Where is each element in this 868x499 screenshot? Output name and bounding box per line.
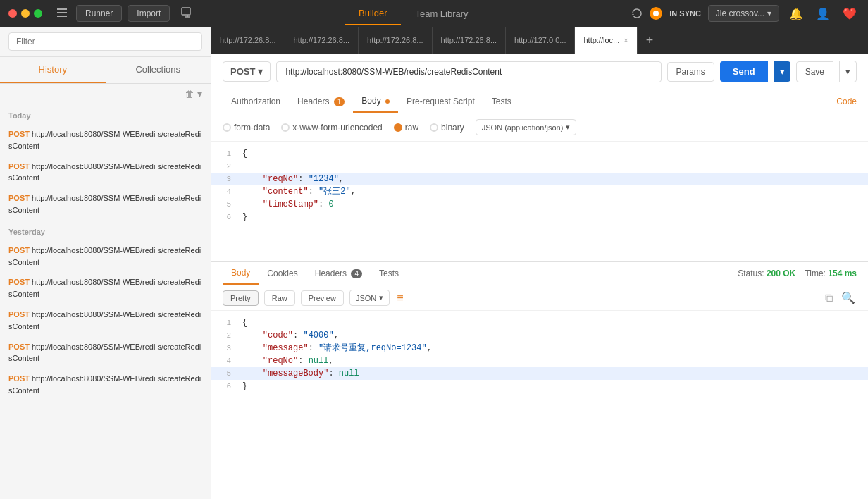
params-button[interactable]: Params xyxy=(667,62,714,82)
url-tabs-bar: http://172.26.8... http://172.26.8... ht… xyxy=(211,27,868,54)
pretty-button[interactable]: Pretty xyxy=(223,290,259,306)
binary-option[interactable]: binary xyxy=(430,123,464,133)
response-headers-tab[interactable]: Headers 4 xyxy=(306,263,371,284)
response-format-label: JSON xyxy=(356,294,376,302)
sidebar: History Collections 🗑 ▾ Today POSThttp:/… xyxy=(0,27,211,499)
response-format-select[interactable]: JSON ▾ xyxy=(349,290,390,306)
search-response-button[interactable]: 🔍 xyxy=(840,290,857,306)
request-code-editor[interactable]: 1 { 2 3 "reqNo": "1234", 4 "content": "张… xyxy=(211,142,868,261)
code-line: 1 { xyxy=(211,316,868,329)
response-code-editor[interactable]: 1 { 2 "code": "4000", 3 "message": "请求号重… xyxy=(211,311,868,459)
list-item[interactable]: POSThttp://localhost:8080/SSM-WEB/redi s… xyxy=(8,304,202,337)
time-value: 154 ms xyxy=(828,269,857,278)
method-badge: POST xyxy=(8,162,30,171)
account-chevron-icon: ▾ xyxy=(767,8,771,18)
form-data-radio[interactable] xyxy=(223,123,231,132)
method-badge: POST xyxy=(8,343,30,351)
nav-tabs: Builder Team Library xyxy=(201,2,626,25)
method-select[interactable]: POST ▾ xyxy=(223,61,271,82)
close-tab-icon[interactable]: × xyxy=(624,36,628,44)
list-item[interactable]: POSThttp://localhost:8080/SSM-WEB/redi s… xyxy=(8,156,202,189)
json-format-chevron-icon: ▾ xyxy=(566,123,570,132)
code-line: 2 xyxy=(211,160,868,173)
json-format-select[interactable]: JSON (application/json) ▾ xyxy=(476,119,577,135)
url-tab[interactable]: http://172.26.8... xyxy=(211,27,285,54)
send-button[interactable]: Send xyxy=(720,61,768,82)
list-item[interactable]: POSThttp://localhost:8080/SSM-WEB/redi s… xyxy=(8,124,202,156)
list-item[interactable]: POSThttp://localhost:8080/SSM-WEB/redi s… xyxy=(8,369,202,401)
account-button[interactable]: Jie crossov... ▾ xyxy=(708,5,779,22)
save-button[interactable]: Save xyxy=(796,61,833,82)
send-dropdown-button[interactable]: ▾ xyxy=(774,61,790,82)
add-tab-button[interactable]: + xyxy=(638,33,662,48)
body-options: form-data x-www-form-urlencoded raw bina… xyxy=(211,113,868,142)
json-format-label: JSON (application/json) xyxy=(482,123,564,132)
delete-history-button[interactable]: 🗑 ▾ xyxy=(185,88,202,99)
code-line: 6 } xyxy=(211,380,868,393)
response-toolbar: Pretty Raw Preview JSON ▾ ≡ ⧉ 🔍 xyxy=(211,285,868,311)
tests-tab[interactable]: Tests xyxy=(483,91,520,112)
url-input[interactable] xyxy=(276,61,661,82)
binary-label: binary xyxy=(441,123,464,133)
url-tab-active[interactable]: http://loc... × xyxy=(575,27,637,54)
filter-input[interactable] xyxy=(8,32,202,51)
close-button[interactable] xyxy=(8,9,17,18)
method-badge: POST xyxy=(8,246,30,254)
preview-button[interactable]: Preview xyxy=(301,290,344,306)
sync-status-label: IN SYNC xyxy=(669,9,701,18)
raw-button[interactable]: Raw xyxy=(264,290,295,306)
url-tab[interactable]: http://172.26.8... xyxy=(285,27,359,54)
url-tab[interactable]: http://172.26.8... xyxy=(433,27,507,54)
notification-button[interactable]: 🔔 xyxy=(786,4,806,23)
list-item[interactable]: POSThttp://localhost:8080/SSM-WEB/redi s… xyxy=(8,188,202,221)
url-tab[interactable]: http://172.26.8... xyxy=(359,27,433,54)
response-body-tab[interactable]: Body xyxy=(223,262,259,285)
method-badge: POST xyxy=(8,374,30,383)
response-cookies-tab[interactable]: Cookies xyxy=(259,263,306,284)
code-link[interactable]: Code xyxy=(836,97,857,106)
raw-label: raw xyxy=(405,123,418,133)
url-encoded-option[interactable]: x-www-form-urlencoded xyxy=(281,123,382,133)
copy-response-button[interactable]: ⧉ xyxy=(824,290,834,306)
request-tabs: Authorization Headers 1 Body Pre-request… xyxy=(211,90,868,113)
content-area: http://172.26.8... http://172.26.8... ht… xyxy=(211,27,868,499)
format-chevron-icon: ▾ xyxy=(379,293,383,302)
response-tests-tab[interactable]: Tests xyxy=(371,263,407,284)
pre-request-tab[interactable]: Pre-request Script xyxy=(398,91,483,112)
sidebar-toggle-button[interactable] xyxy=(54,4,70,23)
list-item[interactable]: POSThttp://localhost:8080/SSM-WEB/redi s… xyxy=(8,337,202,369)
form-data-option[interactable]: form-data xyxy=(223,123,270,133)
raw-option[interactable]: raw xyxy=(394,123,418,133)
svg-rect-0 xyxy=(57,8,67,10)
save-dropdown-button[interactable]: ▾ xyxy=(839,61,857,82)
url-tab[interactable]: http://127.0.0... xyxy=(506,27,575,54)
minimize-button[interactable] xyxy=(21,9,30,18)
collections-tab[interactable]: Collections xyxy=(106,57,211,83)
import-button[interactable]: Import xyxy=(128,5,170,22)
heart-button[interactable]: ❤️ xyxy=(840,4,860,23)
url-encoded-radio[interactable] xyxy=(281,123,290,132)
account-label: Jie crossov... xyxy=(716,8,764,18)
authorization-tab[interactable]: Authorization xyxy=(223,91,289,112)
settings-sync-button[interactable] xyxy=(631,8,643,19)
yesterday-section-title: Yesterday xyxy=(8,221,202,240)
new-window-button[interactable] xyxy=(178,4,195,23)
history-tab[interactable]: History xyxy=(0,57,106,83)
team-library-tab[interactable]: Team Library xyxy=(401,3,482,25)
body-tab[interactable]: Body xyxy=(353,90,398,113)
sync-button[interactable]: 👤 xyxy=(813,4,833,23)
binary-radio[interactable] xyxy=(430,123,438,132)
code-line: 6 } xyxy=(211,211,868,223)
raw-radio[interactable] xyxy=(394,123,402,132)
builder-tab[interactable]: Builder xyxy=(345,2,401,25)
headers-tab[interactable]: Headers 1 xyxy=(289,91,353,112)
url-encoded-label: x-www-form-urlencoded xyxy=(292,123,382,133)
maximize-button[interactable] xyxy=(34,9,42,18)
list-item[interactable]: POSThttp://localhost:8080/SSM-WEB/redi s… xyxy=(8,272,202,304)
svg-rect-1 xyxy=(57,12,67,13)
sidebar-search-area xyxy=(0,27,211,57)
wrap-text-button[interactable]: ≡ xyxy=(395,290,404,306)
method-badge: POST xyxy=(8,194,30,202)
list-item[interactable]: POSThttp://localhost:8080/SSM-WEB/redi s… xyxy=(8,240,202,273)
runner-button[interactable]: Runner xyxy=(76,5,122,22)
